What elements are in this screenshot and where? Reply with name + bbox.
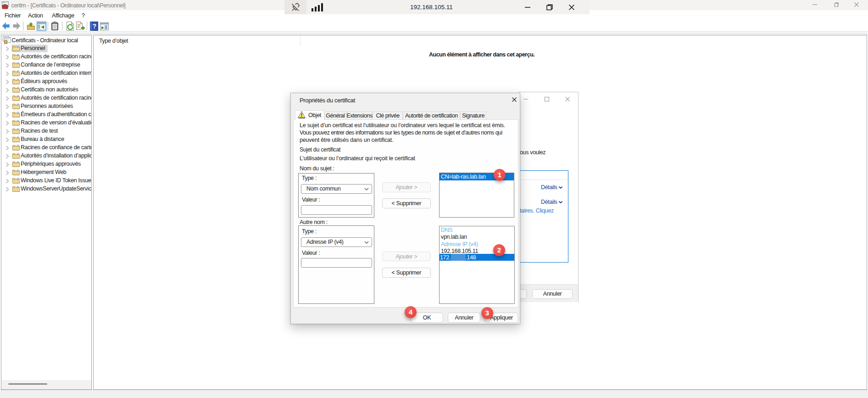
svg-text:?: ? — [92, 22, 96, 30]
